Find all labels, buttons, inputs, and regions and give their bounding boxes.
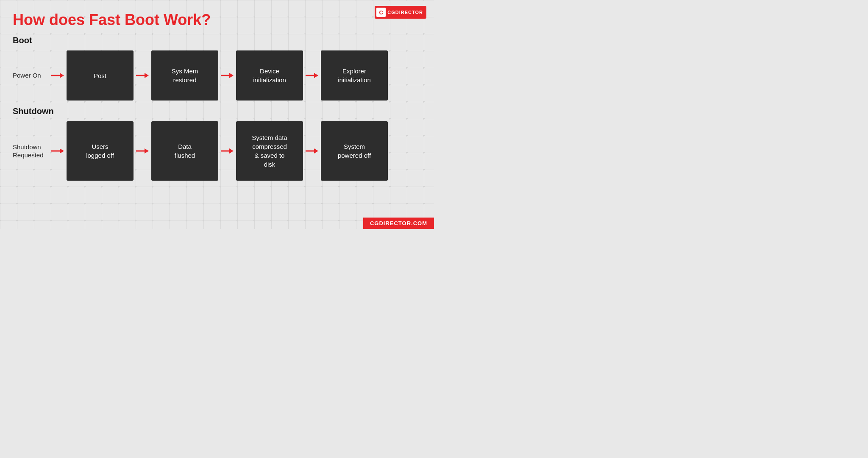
arrow-boot-0 xyxy=(51,71,64,80)
svg-marker-5 xyxy=(229,73,234,78)
shutdown-step-1: Dataflushed xyxy=(151,121,218,181)
arrow-shutdown-0 xyxy=(51,147,64,155)
arrow-boot-2 xyxy=(221,71,234,80)
arrow-shutdown-1 xyxy=(136,147,149,155)
boot-step-3: Explorerinitialization xyxy=(321,50,388,101)
boot-section-title: Boot xyxy=(13,36,421,45)
shutdown-start-label: ShutdownRequested xyxy=(13,143,49,159)
svg-marker-13 xyxy=(229,148,234,154)
boot-step-2: Deviceinitialization xyxy=(236,50,303,101)
arrow-shutdown-2 xyxy=(221,147,234,155)
svg-marker-11 xyxy=(145,148,149,154)
content: How does Fast Boot Work? Boot Power On P… xyxy=(0,0,434,229)
boot-step-0: Post xyxy=(67,50,134,101)
shutdown-section-title: Shutdown xyxy=(13,106,421,116)
shutdown-flow-row: ShutdownRequested Userslogged off Datafl… xyxy=(13,121,421,181)
svg-marker-15 xyxy=(314,148,318,154)
svg-marker-3 xyxy=(145,73,149,78)
boot-flow-row: Power On Post Sys Memrestored xyxy=(13,50,421,101)
svg-marker-9 xyxy=(60,148,64,154)
shutdown-section: Shutdown ShutdownRequested Userslogged o… xyxy=(13,106,421,181)
arrow-boot-3 xyxy=(306,71,318,80)
svg-marker-1 xyxy=(60,73,64,78)
boot-step-1: Sys Memrestored xyxy=(151,50,218,101)
shutdown-step-0: Userslogged off xyxy=(67,121,134,181)
boot-section: Boot Power On Post Sys Memrestored xyxy=(13,36,421,101)
svg-marker-7 xyxy=(314,73,318,78)
arrow-boot-1 xyxy=(136,71,149,80)
shutdown-step-3: Systempowered off xyxy=(321,121,388,181)
main-title: How does Fast Boot Work? xyxy=(13,11,421,29)
arrow-shutdown-3 xyxy=(306,147,318,155)
shutdown-step-2: System datacompressed& saved todisk xyxy=(236,121,303,181)
boot-start-label: Power On xyxy=(13,71,49,80)
